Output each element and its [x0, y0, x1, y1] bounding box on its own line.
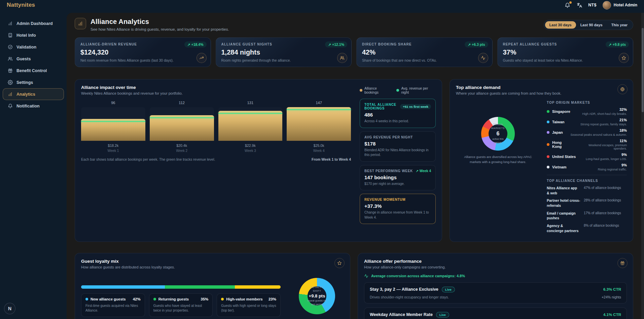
bar-week-1 — [81, 119, 145, 141]
live-badge: Live — [436, 312, 449, 318]
kpi-card-guest-nights: ALLIANCE GUEST NIGHTS ↗ +12.1% 1,284 nig… — [216, 37, 352, 67]
bar-week-4 — [287, 107, 351, 141]
week-label: Week 3 — [218, 149, 283, 153]
bar-value: 147 — [287, 101, 351, 105]
sidebar-item-settings[interactable]: Settings — [3, 76, 64, 88]
sidebar-item-label: Hotel Info — [16, 33, 36, 38]
sidebar-item-hotel-info[interactable]: Hotel Info — [3, 29, 64, 41]
loyalty-donut-chart: LOYALTY SHIFT +9.8 pts repeat guests vs.… — [299, 278, 335, 314]
alliance-channels-heading: TOP ALLIANCE CHANNELS — [547, 179, 627, 183]
origin-markets-heading: TOP ORIGIN MARKETS — [547, 101, 627, 104]
chart-range-note: From Week 1 to Week 4 — [312, 157, 351, 161]
segment-high-value: High-value members23% Guests with high s… — [217, 293, 281, 317]
channel-row: Agency & concierge partners8% of allianc… — [547, 223, 627, 233]
stat-total-bookings: TOTAL ALLIANCE BOOKINGS+51 vs first week… — [360, 99, 436, 128]
check-circle-icon — [8, 44, 13, 50]
sidebar-item-notification[interactable]: Notification — [3, 100, 64, 112]
sidebar-item-validation[interactable]: Validation — [3, 41, 64, 53]
segment-dot — [85, 298, 88, 300]
offers-title: Alliance offer performance — [364, 259, 627, 264]
bar-week-2 — [150, 115, 214, 141]
week-label: Week 2 — [150, 149, 214, 153]
legend-dot — [396, 89, 399, 92]
week-revenue: $20.4k — [150, 143, 214, 148]
activity-icon — [478, 53, 488, 63]
origin-markets-donut-chart: ORIGIN MARKETS 6 active this period. — [481, 117, 515, 151]
language-icon[interactable] — [576, 2, 582, 8]
market-row: Hong Kong 11%Weekend escapes, premium sp… — [547, 139, 627, 150]
sidebar-item-benefit-control[interactable]: Benefit Control — [3, 65, 64, 76]
user-menu[interactable]: Hotel Admin — [603, 1, 637, 9]
market-dot — [547, 155, 549, 158]
sidebar-item-label: Validation — [16, 45, 36, 50]
range-this-year[interactable]: This year — [607, 21, 632, 29]
activity-icon — [364, 274, 368, 278]
divider — [547, 175, 627, 175]
kpi-delta-badge: ↗ +9.8 pts — [606, 41, 629, 47]
star-icon — [619, 53, 629, 63]
bar-track — [150, 107, 214, 141]
live-badge: Live — [442, 287, 455, 292]
scrollbar-thumb[interactable] — [642, 28, 644, 112]
market-dot — [547, 143, 549, 146]
bar-value: 96 — [81, 101, 145, 105]
topbar: Nattynites NT$ Hotel Admin — [0, 0, 644, 13]
offer-stay3-pay2: Stay 3, pay 2 — Alliance Exclusive Live … — [364, 282, 627, 304]
sidebar-item-analytics[interactable]: Analytics — [3, 88, 64, 100]
week-revenue: $18.2k — [81, 143, 145, 148]
week-revenue: $22.9k — [218, 143, 283, 148]
sidebar-item-label: Settings — [16, 80, 33, 85]
sidebar-item-admin-dashboard[interactable]: Admin Dashboard — [3, 18, 64, 29]
kpi-value: 37% — [503, 49, 628, 56]
globe-icon — [617, 84, 628, 94]
bar-track — [287, 107, 351, 141]
bar-column-week-4: 147 $25.0k Week 4 — [287, 101, 351, 153]
kpi-value: 42% — [362, 49, 487, 56]
stat-badge: +51 vs first week — [400, 104, 431, 109]
range-last-90-days[interactable]: Last 90 days — [576, 21, 607, 29]
legend-avg-revenue: Avg. revenue per night — [396, 86, 436, 94]
chart-subtitle: Weekly Nites Alliance bookings and reven… — [81, 91, 351, 95]
donut-center: ORIGIN MARKETS 6 active this period. — [481, 117, 515, 151]
range-last-30-days[interactable]: Last 30 days — [545, 21, 576, 29]
market-dot — [547, 110, 549, 113]
week-revenue: $25.0k — [287, 143, 351, 148]
market-row: Japan 18%Seasonal peaks around sakura & … — [547, 128, 627, 136]
market-dot — [547, 121, 549, 123]
scrollbar-track — [641, 13, 644, 319]
bell-icon — [8, 103, 13, 108]
gift-icon — [617, 258, 628, 268]
bar-column-week-2: 112 $20.4k Week 2 — [150, 101, 214, 153]
segment-dot — [153, 298, 156, 300]
gear-icon — [8, 80, 13, 85]
kpi-card-alliance-revenue: ALLIANCE-DRIVEN REVENUE ↗ +18.4% $124,32… — [75, 37, 211, 67]
stat-badge: ↗ Week 4 — [416, 169, 431, 173]
kpi-value: $124,320 — [80, 49, 205, 56]
channel-row: Partner hotel cross-referrals28% of alli… — [547, 198, 627, 208]
kpi-delta-badge: ↗ +12.1% — [325, 41, 347, 47]
market-dot — [547, 131, 549, 134]
week-label: Week 1 — [81, 149, 145, 153]
currency-selector[interactable]: NT$ — [588, 3, 597, 7]
notification-dot — [569, 1, 572, 4]
bar-column-week-1: 96 $18.2k Week 1 — [81, 101, 145, 153]
segment-new-guests: New alliance guests42% First-time guests… — [81, 293, 145, 317]
avg-conversion-line: Average conversion across alliance campa… — [364, 274, 627, 278]
kpi-card-repeat-guests: REPEAT ALLIANCE GUESTS ↗ +9.8 pts 37% Gu… — [497, 37, 634, 67]
kpi-value: 1,284 nights — [221, 49, 346, 56]
stat-avg-revenue: AVG REVENUE PER NIGHT $178 Blended ADR f… — [360, 131, 436, 162]
notifications-bell-icon[interactable] — [565, 2, 570, 8]
demand-title: Top alliance demand — [456, 85, 627, 90]
kpi-description: Share of bookings that are now direct vs… — [362, 58, 456, 62]
legend-alliance-bookings: Alliance bookings — [360, 86, 391, 94]
brand-logo: Nattynites — [7, 2, 35, 8]
sidebar-item-guests[interactable]: Guests — [3, 53, 64, 65]
brand-fab-button[interactable]: N — [4, 303, 15, 314]
chart-title: Alliance impact over time — [81, 85, 351, 90]
page-title: Alliance Analytics — [91, 18, 229, 26]
segment-returning-guests: Returning guests35% Guests who have stay… — [149, 293, 213, 317]
analytics-icon — [75, 18, 86, 29]
offers-subtitle: How your alliance-only campaigns are con… — [364, 265, 627, 269]
users-icon — [337, 53, 347, 63]
bar-track — [218, 107, 283, 141]
